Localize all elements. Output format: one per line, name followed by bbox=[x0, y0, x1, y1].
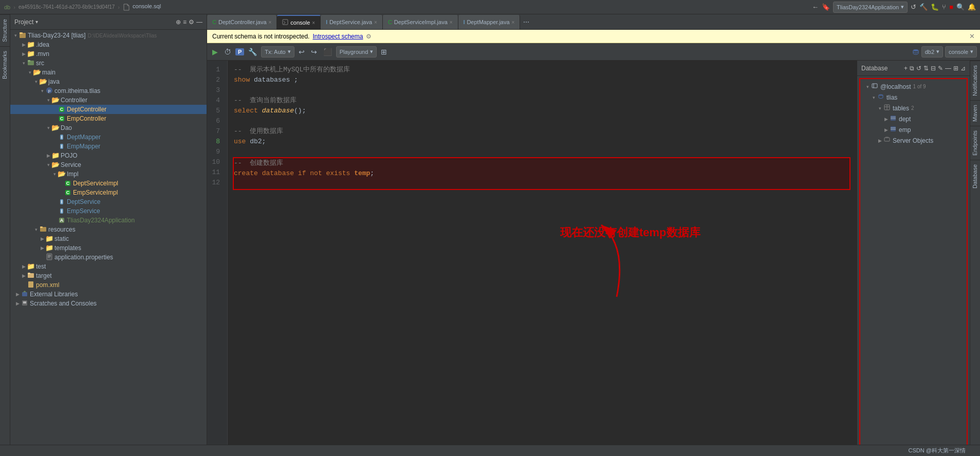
wrench-btn[interactable]: 🔧 bbox=[246, 47, 259, 57]
tab-dsi-close[interactable]: × bbox=[450, 20, 453, 25]
tree-impl-folder[interactable]: ▾ 📂 Impl bbox=[10, 169, 207, 179]
bookmarks-tab[interactable]: Bookmarks bbox=[0, 46, 10, 83]
db-minus-icon[interactable]: — bbox=[945, 65, 951, 72]
notif-settings-icon[interactable]: ⚙ bbox=[366, 33, 372, 40]
tree-scratches[interactable]: ▶ Scratches and Consoles bbox=[10, 299, 207, 308]
tree-package[interactable]: ▾ p com.itheima.tlias bbox=[10, 86, 207, 96]
db-edit-icon[interactable]: ✎ bbox=[938, 65, 943, 72]
locate-icon[interactable]: ⊕ bbox=[176, 18, 181, 26]
localhost-count: 1 of 9 bbox=[913, 84, 926, 89]
search-icon[interactable]: 🔍 bbox=[956, 3, 965, 11]
back-icon[interactable]: ← bbox=[812, 3, 819, 11]
tabs-more[interactable]: ⋯ bbox=[520, 18, 532, 26]
db-server-objects[interactable]: ▶ Server Objects bbox=[860, 135, 967, 146]
code-area[interactable]: -- 展示本机上MySQL中所有的数据库 show databases ; --… bbox=[228, 61, 857, 456]
tree-root[interactable]: ▾ Tlias-Day23-24 [tlias] D:\IDEA\idea\Wo… bbox=[10, 31, 207, 40]
introspect-link[interactable]: Introspect schema bbox=[312, 33, 363, 40]
tree-src[interactable]: ▾ src bbox=[10, 59, 207, 68]
tab-dm-close[interactable]: × bbox=[512, 20, 515, 25]
app-dropdown[interactable]: TliasDay2324Application ▾ bbox=[833, 2, 908, 13]
db-tables[interactable]: ▾ tables 2 bbox=[860, 103, 967, 113]
structure-tab[interactable]: Structure bbox=[0, 14, 10, 46]
tree-main[interactable]: ▾ 📂 main bbox=[10, 68, 207, 77]
db-copy-icon[interactable]: ⧉ bbox=[910, 65, 914, 72]
tree-templates[interactable]: ▶ 📁 templates bbox=[10, 243, 207, 253]
tree-idea[interactable]: ▶ 📁 .idea bbox=[10, 40, 207, 49]
stop-icon[interactable]: ■ bbox=[949, 3, 953, 11]
tree-deptcontroller[interactable]: ▶ C DeptController bbox=[10, 105, 207, 114]
tree-service-folder[interactable]: ▾ 📂 Service bbox=[10, 160, 207, 169]
tab-deptserviceimpl[interactable]: C DeptServiceImpl.java × bbox=[383, 15, 458, 29]
console-dropdown[interactable]: console ▾ bbox=[945, 46, 977, 58]
db-tlias[interactable]: ▾ tlias bbox=[860, 92, 967, 103]
redo-btn[interactable]: ↪ bbox=[309, 47, 319, 57]
line-11: 11 bbox=[207, 167, 224, 178]
db-localhost[interactable]: ▾ @localhost 1 of 9 bbox=[860, 81, 967, 92]
notif-close-icon[interactable]: ✕ bbox=[969, 32, 975, 40]
p-btn[interactable]: P bbox=[235, 48, 244, 55]
tab-deptservice[interactable]: I DeptService.java × bbox=[321, 15, 383, 29]
tab-deptcontroller[interactable]: C DeptController.java × bbox=[207, 15, 277, 29]
collapse-icon[interactable]: ≡ bbox=[183, 18, 187, 26]
tree-extlibs[interactable]: ▶ External Libraries bbox=[10, 290, 207, 299]
debug-icon[interactable]: 🐛 bbox=[931, 3, 939, 11]
tree-controller-folder[interactable]: ▾ 📂 Controller bbox=[10, 96, 207, 105]
tree-dao-folder[interactable]: ▾ 📂 Dao bbox=[10, 123, 207, 132]
tree-deptservice[interactable]: ▶ I DeptService bbox=[10, 197, 207, 206]
db-sql-icon[interactable]: ⊟ bbox=[931, 65, 936, 72]
tree-deptserviceimpl[interactable]: ▶ C DeptServiceImpl bbox=[10, 179, 207, 188]
notifications-side-tab[interactable]: Notifications bbox=[970, 61, 980, 100]
options-icon[interactable]: ⚙ bbox=[189, 18, 194, 26]
dropdown-icon[interactable]: ▾ bbox=[35, 19, 38, 25]
clock-btn[interactable]: ⏱ bbox=[222, 47, 233, 57]
db-refresh-icon[interactable]: ↺ bbox=[916, 65, 921, 72]
right-side-tabs: Notifications Maven Endpoints Database bbox=[970, 61, 980, 456]
tab-deptmapper[interactable]: I DeptMapper.java × bbox=[458, 15, 521, 29]
tree-app[interactable]: ▶ A TliasDay2324Application bbox=[10, 216, 207, 225]
tx-dropdown[interactable]: Tx: Auto ▾ bbox=[261, 46, 294, 58]
line-6: 6 bbox=[207, 116, 224, 126]
tree-appprops[interactable]: ▶ application.properties bbox=[10, 253, 207, 262]
tab-ds-close[interactable]: × bbox=[374, 20, 377, 25]
db-filter-icon[interactable]: ⊿ bbox=[960, 65, 966, 72]
db-add-icon[interactable]: + bbox=[904, 65, 908, 72]
playground-dropdown[interactable]: Playground ▾ bbox=[336, 46, 377, 58]
build-icon[interactable]: 🔨 bbox=[919, 3, 928, 11]
ctrl-folder-label: Controller bbox=[61, 97, 87, 104]
tree-test[interactable]: ▶ 📁 test bbox=[10, 262, 207, 271]
tab-console[interactable]: console × bbox=[277, 15, 321, 29]
tree-pom[interactable]: ▶ pom.xml bbox=[10, 280, 207, 290]
db-table-icon[interactable]: ⊞ bbox=[953, 65, 958, 72]
tree-pojo[interactable]: ▶ 📁 POJO bbox=[10, 151, 207, 160]
maven-side-tab[interactable]: Maven bbox=[970, 100, 980, 126]
tree-empserviceimpl[interactable]: ▶ C EmpServiceImpl bbox=[10, 188, 207, 197]
db-dept[interactable]: ▶ dept bbox=[860, 113, 967, 124]
database-side-tab[interactable]: Database bbox=[970, 160, 980, 193]
tree-empmapper[interactable]: ▶ I EmpMapper bbox=[10, 142, 207, 151]
run-btn[interactable]: ▶ bbox=[210, 47, 220, 57]
code-line-6 bbox=[234, 116, 850, 126]
tree-mvn[interactable]: ▶ 📁 .mvn bbox=[10, 49, 207, 59]
tab-dc-close[interactable]: × bbox=[269, 20, 272, 25]
undo-btn[interactable]: ↩ bbox=[297, 47, 307, 57]
tree-deptmapper[interactable]: ▶ I DeptMapper bbox=[10, 132, 207, 142]
tree-empservice[interactable]: ▶ I EmpService bbox=[10, 206, 207, 216]
tree-empcontroller[interactable]: ▶ C EmpController bbox=[10, 114, 207, 123]
tree-java[interactable]: ▾ 📂 java bbox=[10, 77, 207, 86]
notif-icon[interactable]: 🔔 bbox=[968, 3, 976, 11]
close-sidebar-icon[interactable]: — bbox=[196, 18, 202, 26]
bookmark-icon[interactable]: 🔖 bbox=[822, 3, 830, 11]
git-icon[interactable]: ⑂ bbox=[942, 3, 946, 11]
tab-console-close[interactable]: × bbox=[312, 20, 315, 26]
refresh-icon[interactable]: ↺ bbox=[911, 3, 916, 11]
tree-resources[interactable]: ▾ resources bbox=[10, 225, 207, 234]
svg-rect-31 bbox=[891, 126, 896, 131]
stop-btn[interactable]: ⬛ bbox=[321, 47, 334, 57]
grid-btn[interactable]: ⊞ bbox=[379, 47, 389, 57]
db2-dropdown[interactable]: db2 ▾ bbox=[921, 46, 943, 58]
endpoints-side-tab[interactable]: Endpoints bbox=[970, 126, 980, 160]
tree-static[interactable]: ▶ 📁 static bbox=[10, 234, 207, 243]
db-sync-icon[interactable]: ⇅ bbox=[923, 65, 929, 72]
tree-target[interactable]: ▶ target bbox=[10, 271, 207, 280]
db-emp[interactable]: ▶ emp bbox=[860, 124, 967, 135]
